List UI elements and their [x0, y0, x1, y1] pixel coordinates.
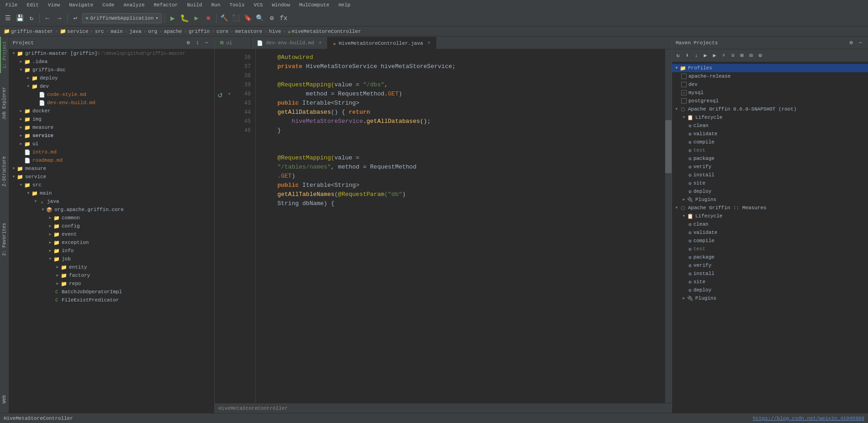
breadcrumb-src[interactable]: src [95, 29, 104, 34]
tab-z-structure[interactable]: Z-Structure [0, 152, 9, 191]
dev-checkbox[interactable] [681, 82, 687, 87]
tree-item-config[interactable]: 📁 config [9, 222, 214, 230]
tree-item-idea[interactable]: 📁 .idea [9, 58, 214, 66]
tab-project-explorer[interactable]: 1: Project [0, 37, 9, 73]
maven-clean-2[interactable]: ⚙ clean [672, 220, 868, 228]
maven-mysql[interactable]: ✓ mysql [672, 89, 868, 97]
tree-item-service-module[interactable]: 📁 service [9, 173, 214, 181]
tree-item-factory[interactable]: 📁 factory [9, 271, 214, 280]
maven-filter-icon[interactable]: ⚙ [756, 52, 764, 60]
maven-install-2[interactable]: ⚙ install [672, 270, 868, 278]
maven-run-debug-icon[interactable]: ▶ [710, 52, 719, 60]
menu-navigate[interactable]: Navigate [67, 1, 95, 9]
breadcrumb-main[interactable]: main [111, 29, 122, 34]
tree-item-code-style[interactable]: 📄 code-style.md [9, 90, 214, 99]
run-config-dropdown[interactable]: ● GriffinWebApplication ▾ [82, 13, 162, 23]
maven-deploy[interactable]: ⚙ deploy [672, 187, 868, 196]
menu-run[interactable]: Run [209, 1, 222, 9]
maven-lifecycle-root[interactable]: 📋 Lifecycle [672, 113, 868, 122]
maven-validate-2[interactable]: ⚙ validate [672, 228, 868, 237]
maven-install[interactable]: ⚙ install [672, 171, 868, 179]
tree-item-java[interactable]: ☕ java [9, 197, 214, 206]
menu-tools[interactable]: Tools [228, 1, 246, 9]
tree-item-job[interactable]: 📁 job [9, 255, 214, 263]
help-button[interactable]: fx [279, 13, 289, 23]
tree-item-ui[interactable]: 📁 ui [9, 140, 214, 148]
maven-compile-2[interactable]: ⚙ compile [672, 237, 868, 245]
maven-skip-tests-icon[interactable]: ⚡ [720, 52, 728, 60]
panel-icon-close[interactable]: − [202, 39, 211, 47]
maven-griffin-measures[interactable]: ⬡ Apache Griffin :: Measures [672, 204, 868, 212]
toolbar-sync-icon[interactable]: ↻ [26, 13, 37, 23]
breadcrumb-core[interactable]: core [217, 29, 228, 34]
maven-verify-2[interactable]: ⚙ verify [672, 261, 868, 270]
tree-item-main[interactable]: 📁 main [9, 189, 214, 197]
tree-item-dev-env[interactable]: 📄 dev-env-build.md [9, 99, 214, 107]
run-with-coverage-button[interactable]: ▶ [191, 13, 201, 23]
menu-edit[interactable]: Edit [25, 1, 40, 9]
menu-mulcompute[interactable]: MulCompute [297, 1, 331, 9]
fold-40[interactable]: + [226, 90, 233, 99]
maven-postgresql[interactable]: postgresql [672, 97, 868, 105]
panel-icon-settings[interactable]: ⚙ [184, 39, 192, 47]
tab-ui[interactable]: m ui [215, 37, 251, 49]
menu-code[interactable]: Code [101, 1, 116, 9]
tree-item-exception[interactable]: 📁 exception [9, 238, 214, 247]
bookmark-button[interactable]: 🔖 [243, 13, 253, 23]
run-button[interactable]: ▶ [168, 13, 178, 23]
maven-lifecycle-measures[interactable]: 📋 Lifecycle [672, 212, 868, 220]
menu-window[interactable]: Window [270, 1, 292, 9]
tree-item-intro[interactable]: 📄 intro.md [9, 148, 214, 156]
maven-collapse-icon[interactable]: ⊟ [747, 52, 755, 60]
tab-hive-controller[interactable]: ☕ HiveMetaStoreController.java × [328, 37, 436, 49]
debug-button[interactable]: 🐛 [180, 13, 190, 23]
settings-button[interactable]: ⚙ [267, 13, 277, 23]
apache-release-checkbox[interactable] [681, 74, 687, 79]
build-button[interactable]: 🔨 [219, 13, 229, 23]
breadcrumb-hive[interactable]: hive [269, 29, 281, 34]
breadcrumb-griffin-master[interactable]: 📁 griffin-master [4, 28, 53, 34]
breadcrumb-controller[interactable]: ☕ HiveMetaStoreController [288, 28, 361, 34]
maven-refresh-icon[interactable]: ↻ [674, 52, 682, 60]
tree-item-img[interactable]: 📁 img [9, 115, 214, 123]
tree-item-service-root[interactable]: 📁 service [9, 132, 214, 140]
menu-help[interactable]: Help [337, 1, 352, 9]
maven-expand-icon[interactable]: ⊞ [738, 52, 746, 60]
menu-analyze[interactable]: Analyze [122, 1, 146, 9]
editor-scrollbar[interactable] [665, 49, 672, 403]
tree-item-measure-module[interactable]: 📁 measure [9, 164, 214, 173]
maven-package-2[interactable]: ⚙ package [672, 253, 868, 261]
maven-toggle-icon[interactable]: ≡ [729, 52, 737, 60]
maven-griffin-root[interactable]: ⬡ Apache Griffin 0.6.0-SNAPSHOT (root) [672, 105, 868, 113]
scroll-thumb[interactable] [665, 120, 672, 173]
maven-plugins-root[interactable]: 🔌 Plugins [672, 196, 868, 204]
tree-item-info[interactable]: 📁 info [9, 247, 214, 255]
maven-apache-release[interactable]: apache-release [672, 72, 868, 80]
breadcrumb-metastore[interactable]: metastore [235, 29, 262, 34]
postgresql-checkbox[interactable] [681, 98, 687, 104]
tree-item-batch-job[interactable]: C BatchJobOperatorImpl [9, 288, 214, 296]
breadcrumb-service[interactable]: 📁 service [60, 28, 88, 34]
tab-dev-env[interactable]: 📄 dev-env-build.md × [251, 37, 328, 49]
toolbar-undo-icon[interactable]: ↩ [70, 13, 80, 23]
maven-plugins-measures[interactable]: 🔌 Plugins [672, 294, 868, 302]
breadcrumb-apache[interactable]: apache [164, 29, 182, 34]
tree-item-roadmap[interactable]: 📄 roadmap.md [9, 156, 214, 164]
maven-close-icon[interactable]: − [856, 39, 864, 47]
menu-refactor[interactable]: Refactor [152, 1, 180, 9]
menu-file[interactable]: File [4, 1, 19, 9]
maven-package[interactable]: ⚙ package [672, 154, 868, 163]
tab-job-explorer[interactable]: Job Explorer [0, 82, 9, 124]
tab-favorites[interactable]: 2: Favorites [0, 218, 9, 260]
terminal-button[interactable]: ⬛ [231, 13, 241, 23]
toolbar-save-icon[interactable]: 💾 [15, 13, 25, 23]
tree-item-root[interactable]: 📁 griffin-master [griffin] C:\develop\gi… [9, 49, 214, 58]
maven-site[interactable]: ⚙ site [672, 179, 868, 187]
toolbar-back-icon[interactable]: ← [42, 13, 53, 23]
breadcrumb-griffin[interactable]: griffin [189, 29, 210, 34]
tab-web[interactable]: Web [0, 386, 9, 413]
tree-item-repo[interactable]: 📁 repo [9, 280, 214, 288]
maven-validate[interactable]: ⚙ validate [672, 130, 868, 138]
maven-dev[interactable]: dev [672, 80, 868, 89]
maven-compile[interactable]: ⚙ compile [672, 138, 868, 146]
